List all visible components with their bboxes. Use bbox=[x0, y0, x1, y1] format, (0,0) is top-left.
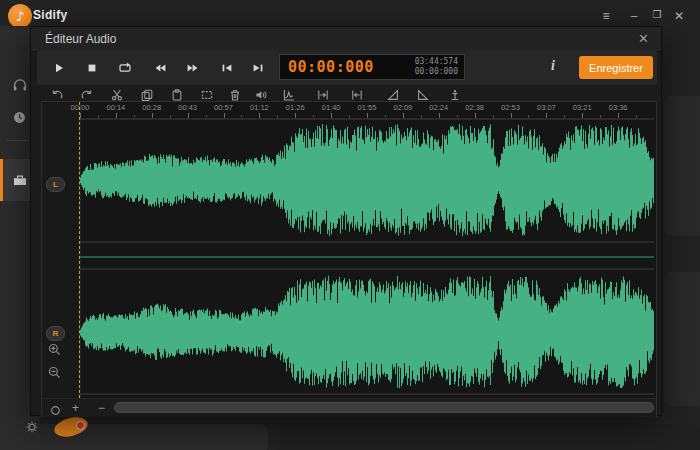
zoom-out-icon bbox=[48, 366, 61, 379]
dialog-close-icon[interactable]: ✕ bbox=[638, 31, 649, 46]
cut-button[interactable] bbox=[111, 87, 123, 99]
marker-icon bbox=[449, 89, 461, 101]
zoom-plus-button[interactable]: + bbox=[72, 400, 79, 416]
app-window: ♪ Sidify ≡ – ❐ ✕ bbox=[0, 0, 700, 450]
playhead-cursor[interactable] bbox=[79, 102, 80, 398]
save-record-button[interactable]: Enregistrer bbox=[579, 56, 653, 79]
volume-button[interactable] bbox=[255, 87, 267, 99]
dialog-header: Éditeur Audio ✕ bbox=[31, 27, 661, 52]
headphones-icon bbox=[12, 77, 28, 93]
rewind-icon bbox=[153, 61, 167, 75]
fade-in-button[interactable] bbox=[387, 87, 399, 99]
background-bottom-strip bbox=[30, 416, 700, 450]
dialog-title: Éditeur Audio bbox=[45, 32, 116, 46]
rewind-button[interactable] bbox=[153, 61, 167, 75]
stop-icon bbox=[85, 61, 99, 75]
copy-icon bbox=[141, 89, 153, 101]
paste-button[interactable] bbox=[171, 87, 183, 99]
copy-button[interactable] bbox=[141, 87, 153, 99]
skip-start-button[interactable] bbox=[220, 61, 234, 75]
meter-icon bbox=[283, 89, 295, 101]
delete-button[interactable] bbox=[229, 87, 241, 99]
menu-icon[interactable]: ≡ bbox=[598, 9, 614, 23]
trim-in-button[interactable] bbox=[317, 87, 329, 99]
volume-icon bbox=[255, 89, 267, 101]
time-display: 00:00:000 03:44:574 00:00:000 bbox=[279, 54, 465, 80]
left-channel-badge: L bbox=[46, 177, 65, 192]
skip-start-icon bbox=[220, 61, 234, 75]
select-icon bbox=[201, 89, 213, 101]
toolbox-icon bbox=[12, 172, 28, 188]
loop-icon bbox=[118, 61, 132, 75]
forward-button[interactable] bbox=[186, 61, 200, 75]
zoom-minus-button[interactable]: − bbox=[98, 400, 105, 416]
music-note-icon: ♪ bbox=[16, 10, 24, 23]
fade-in-icon bbox=[387, 89, 399, 101]
loop-button[interactable] bbox=[118, 61, 132, 75]
background-panel bbox=[276, 424, 700, 450]
transport-bar: 00:00:000 03:44:574 00:00:000 i Enregist… bbox=[37, 51, 657, 85]
background-panel bbox=[664, 272, 700, 406]
waveform-display[interactable] bbox=[80, 102, 654, 398]
maximize-icon[interactable]: ❐ bbox=[649, 9, 665, 20]
channel-gutter: L R bbox=[42, 102, 81, 398]
zoom-in-button[interactable] bbox=[48, 342, 61, 355]
cut-icon bbox=[111, 89, 123, 101]
window-close-icon[interactable]: ✕ bbox=[671, 9, 687, 23]
time-totals: 03:44:574 00:00:000 bbox=[415, 57, 458, 77]
sidify-mascot-dot bbox=[76, 421, 85, 430]
right-channel-badge: R bbox=[46, 326, 65, 341]
skip-end-button[interactable] bbox=[251, 61, 265, 75]
horizontal-scrollbar[interactable] bbox=[114, 402, 654, 413]
audio-editor-dialog: Éditeur Audio ✕ 00:00:000 03:44:574 00:0… bbox=[30, 26, 662, 416]
play-button[interactable] bbox=[52, 61, 66, 75]
selection-duration: 00:00:000 bbox=[415, 67, 458, 76]
sidebar-divider bbox=[6, 140, 28, 141]
redo-button[interactable] bbox=[81, 87, 93, 99]
total-duration: 03:44:574 bbox=[415, 57, 458, 66]
stop-button[interactable] bbox=[85, 61, 99, 75]
play-icon bbox=[52, 61, 66, 75]
zoom-out-button[interactable] bbox=[48, 365, 61, 378]
skip-end-icon bbox=[251, 61, 265, 75]
minimize-icon[interactable]: – bbox=[626, 9, 642, 23]
zoom-in-icon bbox=[48, 343, 61, 356]
info-icon[interactable]: i bbox=[551, 58, 555, 74]
undo-icon bbox=[51, 89, 63, 101]
app-title: Sidify bbox=[33, 8, 67, 22]
zoom-scroll-bar: + − bbox=[42, 398, 656, 417]
clock-icon bbox=[12, 110, 27, 125]
marker-button[interactable] bbox=[449, 87, 461, 99]
delete-icon bbox=[229, 89, 241, 101]
trim-out-icon bbox=[351, 89, 363, 101]
waveform-panel: L R 00:0000:1400:2800:4300:5701:1201:260… bbox=[41, 101, 657, 417]
reset-zoom-icon bbox=[50, 405, 61, 416]
reset-zoom-button[interactable] bbox=[50, 402, 61, 420]
paste-icon bbox=[171, 89, 183, 101]
select-button[interactable] bbox=[201, 87, 213, 99]
background-panel bbox=[664, 96, 700, 236]
trim-in-icon bbox=[317, 89, 329, 101]
fade-out-icon bbox=[417, 89, 429, 101]
sidify-logo: ♪ bbox=[8, 4, 32, 28]
meter-button[interactable] bbox=[283, 87, 295, 99]
redo-icon bbox=[81, 89, 93, 101]
forward-icon bbox=[186, 61, 200, 75]
trim-out-button[interactable] bbox=[351, 87, 363, 99]
fade-out-button[interactable] bbox=[417, 87, 429, 99]
undo-button[interactable] bbox=[51, 87, 63, 99]
current-time: 00:00:000 bbox=[288, 58, 374, 76]
